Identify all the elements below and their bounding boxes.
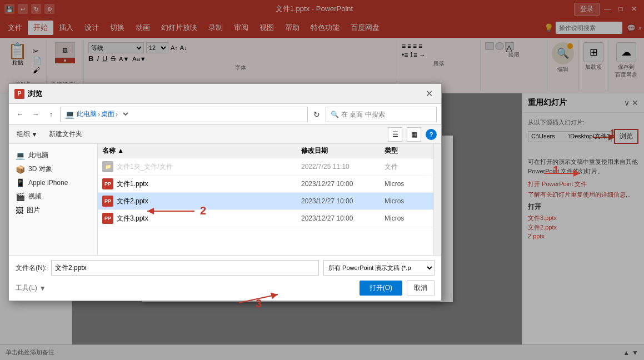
dialog-pp-icon: P bbox=[14, 89, 24, 99]
file-list: 名称 ▲ 修改日期 类型 📁 文件1夹_文件/文件 2022/7/25 11:1… bbox=[98, 144, 433, 255]
dialog-toolbar: 组织 ▼ 新建文件夹 ☰ ▦ ? bbox=[9, 125, 441, 144]
video-icon: 🎬 bbox=[16, 192, 25, 201]
tools-label-area: 工具(L) ▼ bbox=[16, 283, 355, 293]
tools-label: 工具(L) bbox=[16, 283, 37, 293]
file-row-1[interactable]: PP 文件1.pptx 2023/12/27 10:00 Micros bbox=[98, 176, 433, 193]
iphone-icon: 📱 bbox=[16, 178, 25, 187]
computer-sidebar-icon: 💻 bbox=[16, 151, 25, 160]
file-list-header: 名称 ▲ 修改日期 类型 bbox=[98, 144, 433, 158]
computer-icon: 💻 bbox=[65, 110, 74, 119]
file-type-1: Micros bbox=[385, 180, 429, 188]
3d-objects-icon: 📦 bbox=[16, 165, 25, 174]
organize-dropdown-icon: ▼ bbox=[31, 131, 38, 138]
sidebar-label-computer: 此电脑 bbox=[28, 151, 48, 160]
forward-button[interactable]: → bbox=[29, 108, 42, 121]
file-name-3: 文件3.pptx bbox=[117, 214, 301, 223]
dialog-overlay: P 浏览 ✕ ← → ↑ 💻 此电脑 › 桌面 › ↻ 🔍 bbox=[0, 0, 644, 360]
file-icon-2: PP bbox=[102, 196, 113, 207]
sidebar-item-picture[interactable]: 🖼 图片 bbox=[9, 203, 97, 217]
organize-label: 组织 bbox=[17, 129, 30, 139]
dialog-addressbar: ← → ↑ 💻 此电脑 › 桌面 › ↻ 🔍 bbox=[9, 104, 441, 125]
file-row-3[interactable]: PP 文件3.pptx 2023/12/27 10:00 Micros bbox=[98, 210, 433, 227]
file-date-1: 2023/12/27 10:00 bbox=[301, 180, 385, 188]
sidebar-label-picture: 图片 bbox=[27, 206, 40, 215]
dialog-title-left: P 浏览 bbox=[14, 89, 42, 99]
dialog-body: 💻 此电脑 📦 3D 对象 📱 Apple iPhone 🎬 视频 🖼 bbox=[9, 144, 441, 255]
sidebar-label-iphone: Apple iPhone bbox=[28, 179, 68, 187]
up-button[interactable]: ↑ bbox=[44, 108, 58, 121]
path-dropdown[interactable] bbox=[119, 111, 130, 118]
address-path[interactable]: 💻 此电脑 › 桌面 › bbox=[60, 107, 308, 122]
col-header-date: 修改日期 bbox=[301, 146, 385, 156]
col-header-name: 名称 ▲ bbox=[102, 146, 301, 156]
help-button[interactable]: ? bbox=[426, 129, 437, 140]
cancel-button[interactable]: 取消 bbox=[407, 280, 435, 296]
dialog-titlebar: P 浏览 ✕ bbox=[9, 84, 441, 104]
file-name-1: 文件1.pptx bbox=[117, 179, 301, 189]
dialog-title: 浏览 bbox=[28, 89, 42, 99]
sidebar-label-3d: 3D 对象 bbox=[28, 164, 52, 174]
picture-icon: 🖼 bbox=[16, 206, 23, 215]
file-icon-0: 📁 bbox=[102, 161, 113, 172]
search-box: 🔍 bbox=[326, 107, 437, 122]
file-row-2[interactable]: PP 文件2.pptx 2023/12/27 10:00 Micros bbox=[98, 193, 433, 210]
new-folder-button[interactable]: 新建文件夹 bbox=[46, 128, 86, 140]
sidebar-item-iphone[interactable]: 📱 Apple iPhone bbox=[9, 176, 97, 189]
file-type-2: Micros bbox=[385, 197, 429, 205]
file-icon-3: PP bbox=[102, 213, 113, 224]
sidebar-item-3d[interactable]: 📦 3D 对象 bbox=[9, 162, 97, 176]
filename-row: 文件名(N): 所有 PowerPoint 演示文稿 (*.p bbox=[16, 260, 435, 276]
back-button[interactable]: ← bbox=[13, 108, 27, 121]
dialog-close-button[interactable]: ✕ bbox=[422, 87, 436, 101]
search-icon: 🔍 bbox=[331, 111, 339, 118]
file-date-0: 2022/7/25 11:10 bbox=[301, 163, 385, 171]
file-name-2: 文件2.pptx bbox=[117, 197, 301, 206]
sidebar-item-video[interactable]: 🎬 视频 bbox=[9, 189, 97, 203]
sidebar-item-computer[interactable]: 💻 此电脑 bbox=[9, 148, 97, 162]
search-input-dialog[interactable] bbox=[341, 111, 432, 118]
dialog-bottom: 文件名(N): 所有 PowerPoint 演示文稿 (*.p 工具(L) ▼ … bbox=[9, 255, 441, 301]
browse-dialog: P 浏览 ✕ ← → ↑ 💻 此电脑 › 桌面 › ↻ 🔍 bbox=[8, 83, 442, 301]
organize-button[interactable]: 组织 ▼ bbox=[13, 128, 41, 140]
path-computer[interactable]: 此电脑 bbox=[77, 109, 97, 119]
open-button[interactable]: 打开(O) bbox=[360, 281, 402, 296]
filetype-select[interactable]: 所有 PowerPoint 演示文稿 (*.p bbox=[323, 260, 435, 276]
filename-input[interactable] bbox=[51, 260, 319, 276]
view-mode-button[interactable]: ☰ bbox=[388, 127, 402, 142]
file-type-3: Micros bbox=[385, 214, 429, 222]
col-header-type: 类型 bbox=[385, 146, 429, 156]
file-type-0: 文件 bbox=[385, 162, 429, 172]
file-name-0: 文件1夹_文件/文件 bbox=[117, 162, 301, 172]
scrollbar[interactable] bbox=[433, 144, 441, 255]
file-date-2: 2023/12/27 10:00 bbox=[301, 197, 385, 205]
filename-label: 文件名(N): bbox=[16, 263, 47, 273]
large-icon-view-button[interactable]: ▦ bbox=[407, 127, 421, 142]
action-row: 工具(L) ▼ 打开(O) 取消 bbox=[16, 280, 435, 296]
sidebar-label-video: 视频 bbox=[28, 192, 42, 201]
path-desktop[interactable]: 桌面 bbox=[101, 109, 114, 119]
file-date-3: 2023/12/27 10:00 bbox=[301, 214, 385, 222]
dialog-sidebar: 💻 此电脑 📦 3D 对象 📱 Apple iPhone 🎬 视频 🖼 bbox=[9, 144, 98, 255]
tools-dropdown-icon[interactable]: ▼ bbox=[39, 284, 46, 292]
refresh-button[interactable]: ↻ bbox=[310, 108, 323, 121]
file-icon-1: PP bbox=[102, 178, 113, 189]
file-row-0[interactable]: 📁 文件1夹_文件/文件 2022/7/25 11:10 文件 bbox=[98, 158, 433, 176]
new-folder-label: 新建文件夹 bbox=[49, 129, 82, 139]
